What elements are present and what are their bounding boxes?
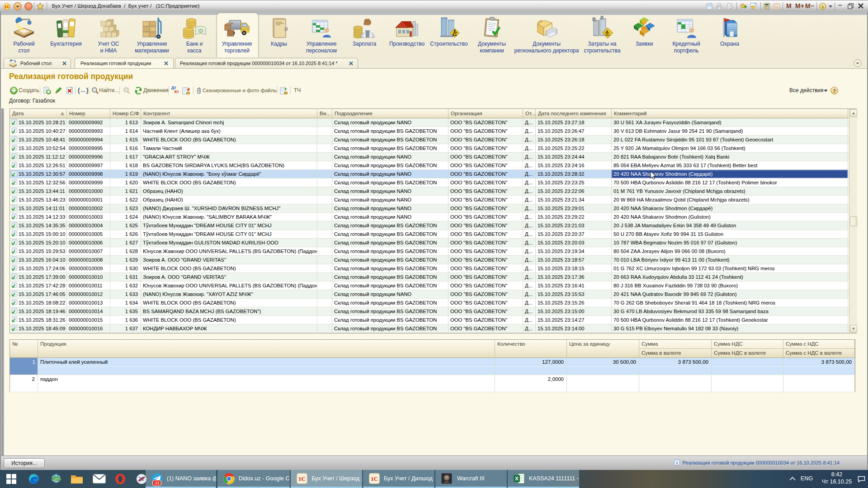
svg-text:31: 31 <box>775 5 779 9</box>
svg-text:1C: 1C <box>5 5 10 9</box>
svg-text:?: ? <box>833 88 836 93</box>
svg-text:i: i <box>822 4 823 9</box>
svg-text:1С: 1С <box>371 475 378 482</box>
svg-text:X: X <box>515 476 519 481</box>
svg-text:1С: 1С <box>298 475 306 482</box>
